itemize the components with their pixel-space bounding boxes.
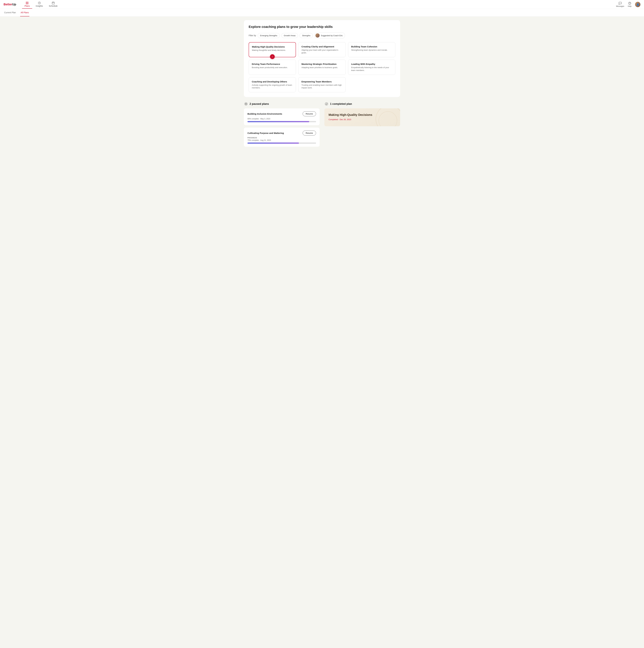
completed-section-title: 1 completed plan [330,102,352,106]
plan-title-2: Creating Clarity and Alignment [302,45,342,48]
nav-links: Plans Insights Schedule [22,0,616,9]
paused-section-header: 2 paused plans [244,102,320,106]
plan-card-mastering-strategic[interactable]: Mastering Strategic Prioritization Adapt… [298,60,345,75]
logo: BetterUp [4,3,16,6]
paused-card-2-progress-bg [248,143,316,144]
plan-title-3: Building Team Cohesion [351,45,392,48]
tab-current-plan[interactable]: Current Plan [4,9,16,16]
plan-grid: Making High-Quality Decisions Making tho… [249,42,395,92]
plan-desc-6: Empathetically listening to the needs of… [351,66,392,71]
filter-suggested-by-coach[interactable]: Suggested by Coach Eric [314,32,345,39]
filter-label: Filter by [249,34,256,37]
nav-link-insights[interactable]: Insights [34,0,45,9]
svg-rect-5 [52,2,54,4]
explore-title: Explore coaching plans to grow your lead… [249,25,395,29]
filter-strengths[interactable]: Strengths [300,33,313,38]
explore-card: Explore coaching plans to grow your lead… [244,20,400,97]
messages-button[interactable]: Messages [616,2,624,7]
completed-section-header: 1 completed plan [324,102,400,106]
paused-card-2-progress-fill [248,143,299,144]
plan-title-5: Mastering Strategic Prioritization [302,63,342,65]
plan-desc-1: Making thoughtful and timely decisions. [252,49,292,52]
paused-card-1-progress-fill [248,121,309,122]
paused-plans-section: 2 paused plans Building Inclusive Enviro… [244,102,320,149]
plan-card-coaching-developing[interactable]: Coaching and Developing Others Actively … [249,77,296,92]
plan-arrow-btn-1[interactable]: › [270,54,275,59]
nav-link-schedule[interactable]: Schedule [47,0,60,9]
svg-rect-1 [28,2,28,3]
svg-point-8 [245,103,247,105]
paused-plan-building-inclusive: Building Inclusive Environments Resume 9… [244,108,320,125]
completed-plan-card[interactable]: Making High-Quality Decisions Completed … [324,108,400,126]
coach-avatar [315,34,320,38]
nav-label-plans: Plans [24,5,30,7]
plan-title-1: Making High-Quality Decisions [252,46,292,48]
plan-desc-8: Trusting and enabling team members with … [302,84,342,89]
nav-label-insights: Insights [36,5,43,7]
completed-icon [324,102,329,106]
main-content: Explore coaching plans to grow your lead… [241,16,402,153]
plan-title-6: Leading With Empathy [351,63,392,65]
bottom-section: 2 paused plans Building Inclusive Enviro… [244,102,400,149]
paused-card-2-progress-label: PROGRESS [248,137,316,139]
completed-plans-section: 1 completed plan Making High-Quality Dec… [324,102,400,149]
avatar-image: 👤 [635,2,640,7]
paused-card-2-header: Cultivating Purpose and Mattering Resume [248,130,316,136]
filter-growth-areas[interactable]: Growth Areas [281,33,298,38]
nav-right: Messages Help 👤 [616,2,640,7]
messages-icon [619,2,622,5]
plan-desc-4: Boosting team productivity and execution… [252,66,293,69]
schedule-icon [52,1,55,4]
paused-card-1-header: Building Inclusive Environments Resume [248,111,316,116]
plan-desc-2: Aligning your team with your organizatio… [302,49,342,54]
plan-desc-7: Actively supporting the ongoing growth o… [252,84,293,89]
tab-all-plans[interactable]: All Plans [20,9,30,16]
svg-rect-2 [26,3,27,4]
completed-plan-title: Making High-Quality Decisions [329,113,396,117]
plan-desc-3: Strengthening team dynamics and morale. [351,49,392,51]
paused-card-2-title: Cultivating Purpose and Mattering [248,132,284,134]
help-button[interactable]: Help [628,2,632,7]
user-avatar[interactable]: 👤 [635,2,640,7]
svg-point-11 [325,103,328,105]
paused-card-1-title: Building Inclusive Environments [248,113,282,115]
paused-icon [244,102,248,106]
help-label: Help [628,5,632,7]
svg-rect-3 [28,3,28,4]
filter-row: Filter by Emerging Strengths Growth Area… [249,32,395,39]
plan-card-empowering-team[interactable]: Empowering Team Members Trusting and ena… [298,77,345,92]
plan-title-4: Driving Team Performance [252,63,293,65]
plan-card-leading-with-empathy[interactable]: Leading With Empathy Empathetically list… [348,60,395,75]
resume-button-2[interactable]: Resume [303,130,316,136]
nav-label-schedule: Schedule [49,5,58,7]
svg-rect-0 [26,2,27,3]
nav-link-plans[interactable]: Plans [22,0,32,9]
plans-icon [25,1,29,4]
paused-card-1-meta: 90% complete - May 3, 2023 [248,118,316,120]
plan-card-driving-team-performance[interactable]: Driving Team Performance Boosting team p… [249,60,296,75]
help-icon [628,2,631,5]
plan-card-making-high-quality-decisions[interactable]: Making High-Quality Decisions Making tho… [249,42,296,57]
completed-plan-date: Completed - Dec 26, 2023 [329,118,396,121]
plan-desc-5: Adapting team priorities to business goa… [302,66,342,69]
messages-label: Messages [616,5,624,7]
paused-plan-cultivating-purpose: Cultivating Purpose and Mattering Resume… [244,127,320,147]
plan-title-7: Coaching and Developing Others [252,80,293,83]
plan-title-8: Empowering Team Members [302,80,342,83]
paused-card-1-progress-bg [248,121,316,122]
insights-icon [38,1,41,4]
plan-card-creating-clarity[interactable]: Creating Clarity and Alignment Aligning … [298,42,345,57]
tabs-bar: Current Plan All Plans [0,9,644,16]
svg-rect-9 [246,103,246,105]
filter-emerging-strengths[interactable]: Emerging Strengths [258,33,280,38]
paused-card-2-meta: 75% complete - Aug 21, 2023 [248,139,316,141]
navbar: BetterUp Plans Insights Schedule [0,0,644,9]
plan-card-building-team-cohesion[interactable]: Building Team Cohesion Strengthening tea… [348,42,395,57]
resume-button-1[interactable]: Resume [303,111,316,116]
paused-section-title: 2 paused plans [250,102,269,106]
svg-rect-10 [246,103,247,105]
